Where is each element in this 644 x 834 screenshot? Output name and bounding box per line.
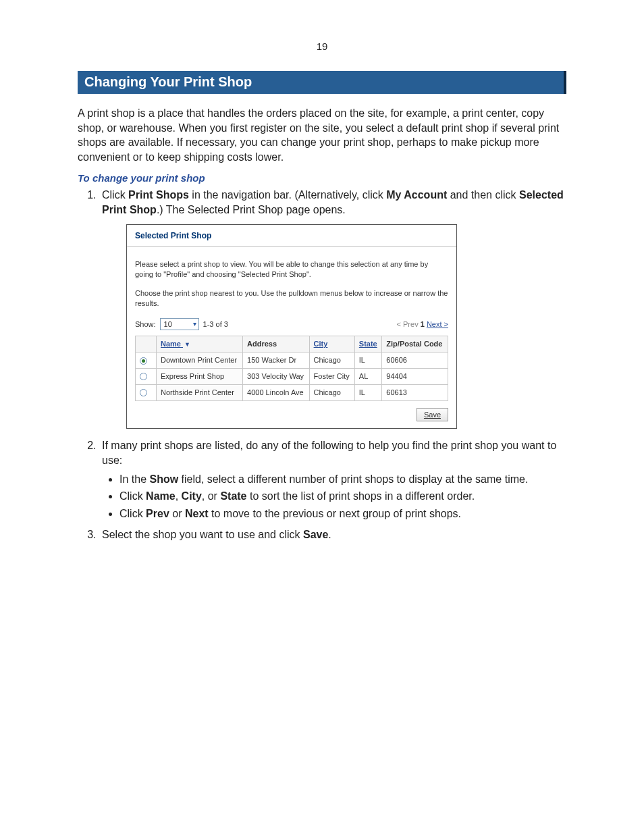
print-shop-table: Name ▼ Address City State Zip/Postal Cod… [135, 336, 448, 400]
cell-name: Northside Print Center [157, 384, 243, 400]
col-select [136, 336, 157, 353]
cell-address: 4000 Lincoln Ave [243, 384, 309, 400]
col-state[interactable]: State [354, 336, 382, 353]
intro-paragraph: A print shop is a place that handles the… [78, 106, 566, 164]
result-count: 1-3 of 3 [203, 319, 228, 330]
figure-selected-print-shop: Selected Print Shop Please select a prin… [126, 224, 457, 429]
show-label: Show: [135, 319, 156, 330]
cell-address: 303 Velocity Way [243, 368, 309, 384]
radio-select[interactable] [140, 373, 147, 380]
figure-title: Selected Print Shop [135, 230, 448, 241]
cell-state: AL [354, 368, 382, 384]
bullet-show: In the Show field, select a different nu… [119, 472, 566, 487]
page-number: 19 [78, 41, 566, 52]
cell-zip: 60613 [382, 384, 448, 400]
radio-select[interactable] [140, 357, 147, 365]
cell-name: Downtown Print Center [157, 352, 243, 368]
cell-name: Express Print Shop [157, 368, 243, 384]
show-select[interactable]: 10 ▾ [160, 318, 199, 330]
pager-next[interactable]: Next > [427, 320, 448, 328]
steps-list: Click Print Shops in the navigation bar.… [78, 188, 566, 542]
cell-zip: 94404 [382, 368, 448, 384]
bullet-paging: Click Prev or Next to move to the previo… [119, 506, 566, 521]
document-page: 19 Changing Your Print Shop A print shop… [0, 0, 644, 834]
step-2: If many print shops are listed, do any o… [99, 438, 566, 521]
show-block: Show: 10 ▾ 1-3 of 3 [135, 318, 228, 330]
chevron-down-icon: ▾ [193, 321, 196, 328]
cell-city: Foster City [309, 368, 354, 384]
col-name[interactable]: Name ▼ [157, 336, 243, 353]
col-address: Address [243, 336, 309, 353]
pager-current: 1 [421, 320, 425, 328]
radio-select[interactable] [140, 389, 147, 396]
table-row: Northside Print Center 4000 Lincoln Ave … [136, 384, 448, 400]
pager: < Prev 1 Next > [397, 319, 448, 330]
col-city[interactable]: City [309, 336, 354, 353]
cell-state: IL [354, 352, 382, 368]
cell-city: Chicago [309, 384, 354, 400]
save-button[interactable]: Save [417, 408, 448, 422]
step-2-text: If many print shops are listed, do any o… [102, 440, 556, 466]
subheading: To change your print shop [78, 172, 566, 184]
sort-desc-icon: ▼ [184, 340, 190, 348]
step-1: Click Print Shops in the navigation bar.… [99, 188, 566, 429]
step-2-bullets: In the Show field, select a different nu… [102, 472, 566, 521]
cell-zip: 60606 [382, 352, 448, 368]
col-zip: Zip/Postal Code [382, 336, 448, 353]
show-select-value: 10 [164, 319, 172, 330]
figure-message-1: Please select a print shop to view. You … [135, 259, 448, 280]
table-row: Downtown Print Center 150 Wacker Dr Chic… [136, 352, 448, 368]
step-1-text: Click Print Shops in the navigation bar.… [102, 189, 564, 215]
save-row: Save [135, 408, 448, 422]
step-3: Select the shop you want to use and clic… [99, 527, 566, 542]
table-row: Express Print Shop 303 Velocity Way Fost… [136, 368, 448, 384]
cell-state: IL [354, 384, 382, 400]
cell-city: Chicago [309, 352, 354, 368]
cell-address: 150 Wacker Dr [243, 352, 309, 368]
table-header-row: Name ▼ Address City State Zip/Postal Cod… [136, 336, 448, 353]
figure-controls: Show: 10 ▾ 1-3 of 3 < Prev 1 Next > [135, 318, 448, 330]
figure-message-2: Choose the print shop nearest to you. Us… [135, 288, 448, 309]
figure-divider [127, 246, 456, 247]
section-heading: Changing Your Print Shop [78, 71, 566, 94]
pager-prev: < Prev [397, 320, 419, 328]
bullet-sort: Click Name, City, or State to sort the l… [119, 489, 566, 504]
